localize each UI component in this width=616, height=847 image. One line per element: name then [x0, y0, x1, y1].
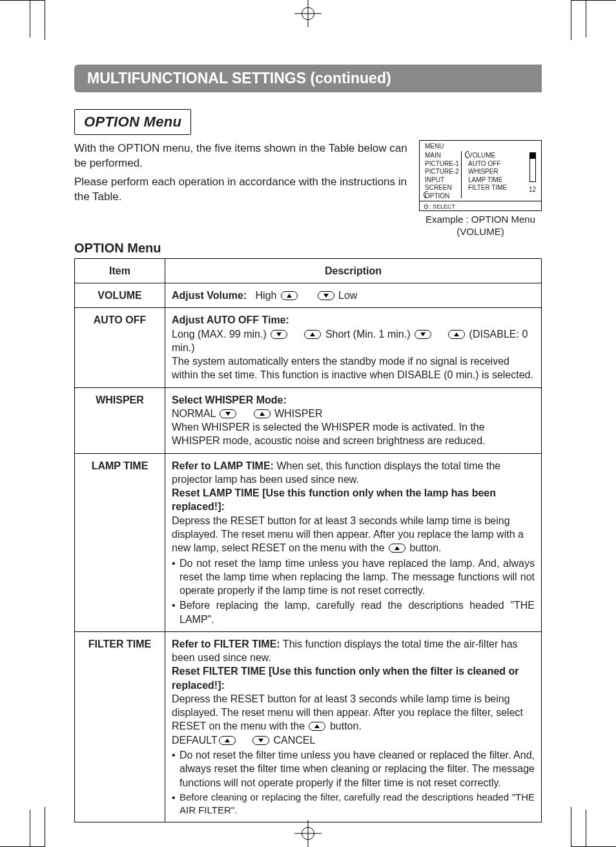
registration-mark: [0, 403, 23, 431]
down-button-icon: [220, 409, 236, 418]
up-button-icon: [219, 736, 236, 745]
label-low: Low: [338, 290, 357, 301]
item-name: FILTER TIME: [75, 631, 165, 822]
desc-lead: Refer to LAMP TIME:: [172, 460, 274, 471]
osd-item: LAMP TIME: [468, 176, 507, 185]
up-button-icon: [304, 330, 321, 339]
desc-text: button.: [327, 720, 361, 731]
intro-text: Please perform each operation in accorda…: [74, 175, 410, 205]
menu-title: OPTION Menu: [84, 114, 181, 130]
desc-lead: Reset FILTER TIME [Use this function onl…: [172, 664, 535, 692]
menu-title-box: OPTION Menu: [74, 109, 191, 135]
crop-mark: [586, 0, 586, 37]
crop-mark: [571, 807, 616, 847]
label-cancel: CANCEL: [274, 735, 316, 746]
registration-mark: [294, 820, 322, 847]
label-high: High: [256, 290, 277, 301]
crop-mark: [0, 0, 45, 40]
label-short: Short (Min. 1 min.): [325, 329, 411, 340]
desc-lead: Select WHISPER Mode:: [172, 393, 535, 407]
table-row: FILTER TIME Refer to FILTER TIME: This f…: [75, 631, 542, 822]
down-button-icon: [415, 330, 431, 339]
osd-value: 12: [529, 186, 536, 193]
item-name: VOLUME: [75, 283, 165, 308]
up-button-icon: [254, 409, 271, 418]
osd-item: PICTURE-1: [425, 160, 459, 168]
label-whisper: WHISPER: [274, 408, 323, 419]
table-row: WHISPER Select WHISPER Mode: NORMAL WHIS…: [75, 387, 542, 453]
osd-item: AUTO OFF: [468, 160, 507, 168]
section-banner: MULTIFUNCTIONAL SETTINGS (continued): [74, 65, 542, 92]
table-title: OPTION Menu: [74, 241, 542, 256]
bullet-text: Do not reset the lamp time unless you ha…: [180, 556, 535, 598]
desc-text: button.: [407, 542, 441, 553]
down-button-icon: [252, 736, 269, 745]
item-name: LAMP TIME: [75, 453, 165, 631]
osd-header: MENU: [425, 143, 444, 150]
intro-text: With the OPTION menu, the five items sho…: [74, 141, 410, 171]
option-table: Item Description VOLUME Adjust Volume: H…: [74, 258, 542, 822]
desc-text: Depress the RESET button for at least 3 …: [172, 515, 524, 554]
item-name: WHISPER: [75, 387, 165, 453]
desc-note: When WHISPER is selected the WHISPER mod…: [172, 420, 535, 448]
crop-mark: [571, 0, 616, 40]
osd-item: MAIN: [425, 152, 459, 160]
up-button-icon: [389, 544, 406, 553]
bullet-text: Do not reset the filter time unless you …: [180, 748, 535, 790]
label-default: DEFAULT: [172, 735, 218, 746]
crop-mark: [0, 807, 45, 847]
label-long: Long (MAX. 99 min.): [172, 329, 267, 340]
item-name: AUTO OFF: [75, 308, 165, 387]
osd-item: WHISPER: [468, 168, 507, 176]
up-button-icon: [281, 291, 298, 300]
osd-item: VOLUME: [468, 152, 507, 160]
up-button-icon: [448, 330, 465, 339]
col-header-item: Item: [75, 258, 165, 283]
col-header-desc: Description: [165, 258, 542, 283]
desc-lead: Adjust AUTO OFF Time:: [172, 313, 535, 327]
table-row: VOLUME Adjust Volume: High Low: [75, 283, 542, 308]
table-row: LAMP TIME Refer to LAMP TIME: When set, …: [75, 453, 542, 631]
osd-item: SCREEN: [425, 184, 459, 192]
registration-mark: [593, 403, 616, 431]
table-row: AUTO OFF Adjust AUTO OFF Time: Long (MAX…: [75, 308, 542, 387]
osd-left-list: MAIN PICTURE-1 PICTURE-2 INPUT SCREEN OP…: [425, 152, 459, 200]
down-button-icon: [318, 291, 334, 300]
bullet-text: Before cleaning or replacing the filter,…: [180, 791, 535, 817]
osd-example-figure: MENU MAIN PICTURE-1 PICTURE-2 INPUT SCRE…: [419, 140, 542, 238]
registration-mark: [294, 0, 322, 27]
desc-lead: Adjust Volume:: [172, 290, 247, 301]
desc-note: The system automatically enters the stan…: [172, 354, 535, 382]
crop-mark: [30, 0, 30, 37]
crop-mark: [586, 810, 586, 847]
bullet-text: Before replacing the lamp, carefully rea…: [180, 598, 535, 626]
osd-right-list: VOLUME AUTO OFF WHISPER LAMP TIME FILTER…: [468, 152, 507, 192]
osd-item: INPUT: [425, 176, 459, 185]
figure-caption: Example : OPTION Menu (VOLUME): [419, 214, 542, 238]
crop-mark: [30, 810, 30, 847]
osd-item: FILTER TIME: [468, 184, 507, 192]
osd-slider-thumb: [529, 152, 536, 159]
desc-lead: Refer to FILTER TIME:: [172, 638, 280, 649]
osd-item: OPTION: [425, 192, 459, 201]
label-normal: NORMAL: [172, 408, 216, 419]
desc-lead: Reset LAMP TIME [Use this function only …: [172, 486, 535, 514]
osd-footer: ⯐: SELECT: [424, 203, 455, 210]
osd-item: PICTURE-2: [425, 168, 459, 176]
down-button-icon: [271, 330, 287, 339]
osd-screenshot: MENU MAIN PICTURE-1 PICTURE-2 INPUT SCRE…: [419, 140, 542, 211]
up-button-icon: [309, 722, 325, 731]
